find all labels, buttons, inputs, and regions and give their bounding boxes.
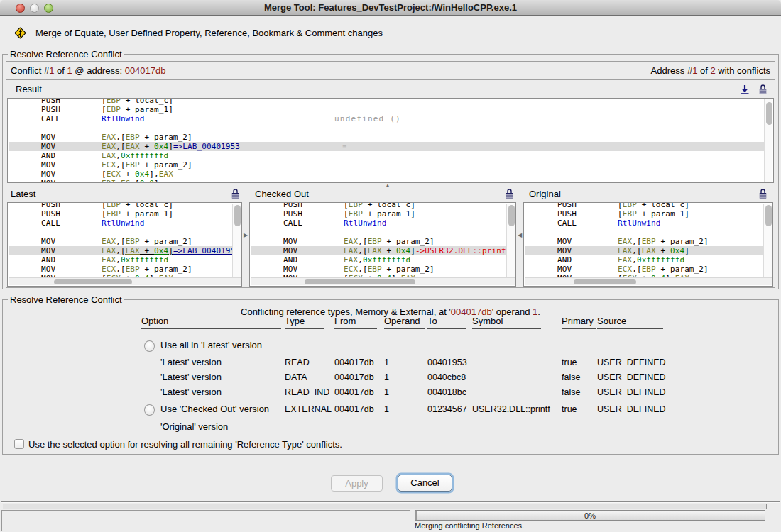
code-line: CALLRtlUnwindundefined () bbox=[9, 114, 772, 123]
code-line: PUSH[EBP + param_1] bbox=[251, 209, 515, 218]
original-listing[interactable]: PUSH[EBP + local_c]PUSH[EBP + param_1]CA… bbox=[523, 202, 773, 287]
cell-operand: 1 bbox=[384, 404, 389, 415]
code-line: PUSH[EBP + local_c] bbox=[9, 98, 772, 105]
conflict-status-bar: Conflict #1 of 1 @ address: 004017db Add… bbox=[6, 61, 775, 80]
splitter-collapse-icon[interactable]: ▲ bbox=[385, 183, 390, 189]
result-listing[interactable]: PUSH[EBP + local_c]PUSH[EBP + param_1]CA… bbox=[7, 98, 774, 183]
lock-icon[interactable] bbox=[505, 188, 514, 199]
cell-primary: true bbox=[562, 404, 577, 415]
result-panel-title: Result bbox=[16, 84, 42, 94]
cancel-button[interactable]: Cancel bbox=[398, 475, 452, 492]
code-line: MOV[ECX + 0x4],EAX bbox=[9, 170, 772, 179]
status-left-panel bbox=[1, 510, 410, 531]
checked-out-vertical-scrollbar[interactable] bbox=[506, 204, 515, 277]
code-line: PUSH[EBP + local_c] bbox=[9, 202, 241, 209]
checked-out-listing[interactable]: PUSH[EBP + local_c]PUSH[EBP + param_1]CA… bbox=[249, 202, 516, 287]
latest-horizontal-scrollbar[interactable] bbox=[9, 277, 241, 285]
code-line: MOVEAX,[EAX + 0x4]->USER32.DLL::printf bbox=[251, 246, 515, 255]
lock-icon[interactable] bbox=[231, 188, 240, 199]
code-line: MOVEAX,[EBP + param_2] bbox=[525, 237, 772, 246]
code-line: MOVEAX,[EAX + 0x4] bbox=[525, 246, 772, 255]
cell-type: EXTERNAL bbox=[285, 404, 332, 415]
code-line: PUSH[EBP + local_c] bbox=[525, 202, 772, 209]
scrollbar-thumb[interactable] bbox=[234, 205, 241, 226]
cell-from: 004017db bbox=[334, 404, 374, 415]
cell-operand: 1 bbox=[384, 387, 389, 398]
original-vertical-scrollbar[interactable] bbox=[763, 204, 772, 277]
cell-source: USER_DEFINED bbox=[597, 357, 666, 368]
scrollbar-thumb[interactable] bbox=[765, 205, 772, 226]
cell-from: 004017db bbox=[334, 357, 374, 368]
conflict-table-row: 'Latest' versionREAD004017db100401953tru… bbox=[3, 357, 778, 368]
latest-vertical-scrollbar[interactable] bbox=[232, 204, 241, 277]
scrollbar-thumb[interactable] bbox=[766, 102, 772, 125]
merge-warning-icon bbox=[13, 26, 28, 40]
address-counter: Address #1 of 2 with conflicts bbox=[651, 62, 770, 79]
lock-icon[interactable] bbox=[758, 84, 768, 95]
code-line: MOVEDI,ES:[0x0] bbox=[9, 179, 772, 184]
code-line: ANDEAX,0xfffffffd bbox=[251, 255, 515, 265]
cell-source: USER_DEFINED bbox=[597, 404, 666, 415]
splitter-collapse-icon[interactable]: ▶ bbox=[244, 233, 248, 238]
cell-type: DATA bbox=[285, 372, 307, 383]
progress-bar: 0% bbox=[415, 510, 765, 521]
cell-operand: 1 bbox=[384, 357, 389, 368]
cell-to: 00401953 bbox=[427, 357, 467, 368]
cell-type: READ bbox=[285, 357, 310, 368]
scrollbar-thumb[interactable] bbox=[54, 279, 132, 284]
checked-out-horizontal-scrollbar[interactable] bbox=[251, 277, 515, 285]
original-panel-title: Original bbox=[529, 189, 561, 199]
group-title: Resolve Reference Conflict bbox=[8, 49, 124, 60]
banner-message: Merge of Equate, User Defined Property, … bbox=[36, 27, 383, 39]
scrollbar-thumb[interactable] bbox=[508, 205, 515, 226]
conflict-counter: Conflict #1 of 1 @ address: 004017db bbox=[11, 62, 166, 79]
code-line: PUSH[EBP + param_1] bbox=[525, 209, 772, 218]
code-line: PUSH[EBP + param_1] bbox=[9, 209, 241, 218]
splitter-collapse-icon[interactable]: ◀ bbox=[518, 233, 522, 238]
option-radio-button[interactable] bbox=[144, 340, 155, 352]
latest-panel-title: Latest bbox=[11, 189, 36, 199]
apply-button[interactable]: Apply bbox=[331, 475, 383, 492]
conflict-table-row: 'Latest' versionDATA004017db10040cbc8fal… bbox=[3, 372, 778, 383]
code-line: CALLRtlUnwind bbox=[9, 218, 241, 228]
code-line: ANDEAX,0xfffffffd bbox=[525, 255, 772, 265]
original-horizontal-scrollbar[interactable] bbox=[525, 277, 772, 285]
cell-operand: 1 bbox=[384, 372, 389, 383]
cell-option: 'Latest' version bbox=[160, 372, 222, 383]
cell-source: USER_DEFINED bbox=[597, 372, 666, 383]
conflict-table-row: 'Latest' versionREAD_IND004017db1004018b… bbox=[3, 387, 778, 398]
code-line: ANDEAX,0xfffffffd bbox=[9, 151, 772, 160]
code-line bbox=[251, 228, 515, 237]
apply-to-all-checkbox[interactable] bbox=[14, 439, 24, 449]
scrollbar-thumb[interactable] bbox=[574, 279, 636, 284]
cell-type: READ_IND bbox=[285, 387, 329, 398]
cell-to: 004018bc bbox=[427, 387, 466, 398]
latest-listing[interactable]: PUSH[EBP + local_c]PUSH[EBP + param_1]CA… bbox=[7, 202, 242, 287]
option-radio-button[interactable] bbox=[144, 404, 155, 416]
code-line: MOVEAX,[EAX + 0x4]=>LAB_00401953≡ bbox=[9, 142, 772, 151]
code-line: MOVECX,[EBP + param_2] bbox=[9, 160, 772, 170]
code-line: MOVECX,[EBP + param_2] bbox=[525, 265, 772, 274]
code-line: MOVEAX,[EBP + param_2] bbox=[9, 237, 241, 246]
arrow-down-icon[interactable] bbox=[740, 84, 750, 95]
code-line: MOVECX,[EBP + param_2] bbox=[9, 265, 241, 274]
cell-symbol: USER32.DLL::printf bbox=[472, 404, 550, 415]
cell-option[interactable]: Use 'Checked Out' version bbox=[160, 404, 269, 415]
cell-from: 004017db bbox=[334, 372, 374, 383]
result-vertical-scrollbar[interactable] bbox=[764, 99, 772, 182]
apply-to-all-label: Use the selected option for resolving al… bbox=[28, 439, 342, 450]
scrollbar-thumb[interactable] bbox=[305, 279, 415, 284]
code-line: PUSH[EBP + param_1] bbox=[9, 105, 772, 114]
lock-icon[interactable] bbox=[758, 188, 768, 199]
conflict-table-row: Use 'Checked Out' versionEXTERNAL004017d… bbox=[3, 404, 778, 415]
cell-primary: true bbox=[562, 357, 577, 368]
cell-option: 'Original' version bbox=[160, 421, 228, 433]
code-line: ANDEAX,0xfffffffd bbox=[9, 255, 241, 265]
cell-source: USER_DEFINED bbox=[597, 387, 666, 398]
status-strip bbox=[3, 504, 767, 509]
cell-option[interactable]: Use all in 'Latest' version bbox=[160, 340, 262, 351]
title-bar: Merge Tool: Features_DevTestProject:/Win… bbox=[0, 0, 781, 16]
cell-option: 'Latest' version bbox=[160, 357, 222, 368]
progress-percent: 0% bbox=[415, 511, 765, 521]
conflict-table-row: 'Original' version bbox=[3, 421, 778, 433]
